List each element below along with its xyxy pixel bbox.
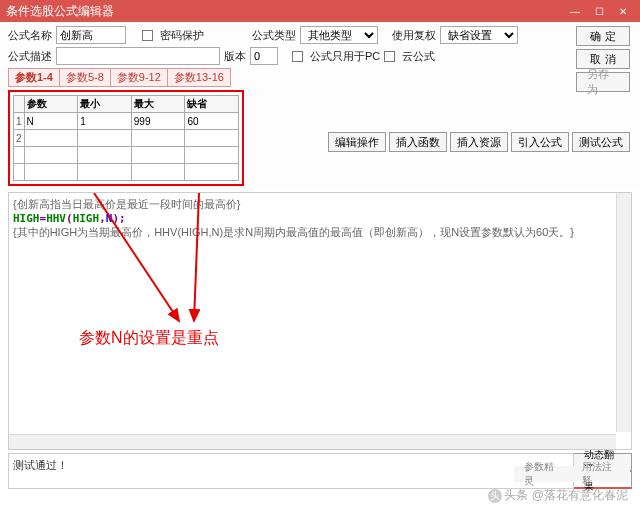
param-table-highlight: 参数 最小 最大 缺省 1N199960 2 — [8, 90, 244, 186]
cloud-label: 云公式 — [402, 49, 435, 64]
code-editor[interactable]: {创新高指当日最高价是最近一段时间的最高价} HIGH=HHV(HIGH,N);… — [8, 192, 632, 450]
right-button-column: 确 定 取 消 另存为 — [576, 26, 630, 92]
footer-watermark: 头头条 @落花有意化春泥 — [488, 487, 628, 504]
horizontal-scrollbar[interactable] — [9, 434, 616, 449]
code-comment-2: {其中的HIGH为当期最高价，HHV(HIGH,N)是求N周期内最高值的最高值（… — [13, 225, 627, 240]
import-fx-button[interactable]: 引入公式 — [511, 132, 569, 152]
param-header-def: 缺省 — [185, 96, 239, 113]
side-tab-usage[interactable]: 用法注释 — [572, 466, 630, 482]
param-header-min: 最小 — [78, 96, 132, 113]
param-header-max: 最大 — [131, 96, 185, 113]
type-select[interactable]: 其他类型 — [300, 26, 378, 44]
minimize-button[interactable]: — — [564, 2, 586, 20]
auth-label: 使用复权 — [392, 28, 436, 43]
name-input[interactable] — [56, 26, 126, 44]
name-label: 公式名称 — [8, 28, 52, 43]
footer-icon: 头 — [488, 489, 502, 503]
version-input[interactable] — [250, 47, 278, 65]
maximize-button[interactable]: ☐ — [588, 2, 610, 20]
window-title: 条件选股公式编辑器 — [6, 3, 564, 20]
saveas-button[interactable]: 另存为 — [576, 72, 630, 92]
cloud-checkbox[interactable] — [384, 51, 395, 62]
param-tab-1[interactable]: 参数1-4 — [8, 68, 60, 87]
code-comment-1: {创新高指当日最高价是最近一段时间的最高价} — [13, 197, 627, 212]
table-row: 2 — [14, 130, 239, 147]
pc-checkbox[interactable] — [292, 51, 303, 62]
param-header-name: 参数 — [24, 96, 78, 113]
param-tab-3[interactable]: 参数9-12 — [110, 68, 168, 87]
status-text: 测试通过！ — [8, 453, 574, 489]
test-fx-button[interactable]: 测试公式 — [572, 132, 630, 152]
form-area: 公式名称 密码保护 公式类型 其他类型 使用复权 缺省设置 公式描述 版本 公式… — [0, 22, 640, 188]
insert-res-button[interactable]: 插入资源 — [450, 132, 508, 152]
mid-buttons: 编辑操作 插入函数 插入资源 引入公式 测试公式 — [328, 132, 630, 152]
auth-select[interactable]: 缺省设置 — [440, 26, 518, 44]
side-tab-param[interactable]: 参数精灵 — [514, 466, 572, 482]
edit-op-button[interactable]: 编辑操作 — [328, 132, 386, 152]
window-buttons: — ☐ ✕ — [564, 2, 634, 20]
desc-label: 公式描述 — [8, 49, 52, 64]
type-label: 公式类型 — [252, 28, 296, 43]
cancel-button[interactable]: 取 消 — [576, 49, 630, 69]
version-label: 版本 — [224, 49, 246, 64]
param-tab-4[interactable]: 参数13-16 — [167, 68, 231, 87]
param-tab-2[interactable]: 参数5-8 — [59, 68, 111, 87]
insert-fn-button[interactable]: 插入函数 — [389, 132, 447, 152]
param-tabs: 参数1-4 参数5-8 参数9-12 参数13-16 — [8, 68, 632, 87]
annotation-text: 参数N的设置是重点 — [79, 328, 219, 349]
close-button[interactable]: ✕ — [612, 2, 634, 20]
table-row: 1N199960 — [14, 113, 239, 130]
code-formula: HIGH=HHV(HIGH,N); — [13, 212, 627, 225]
pc-label: 公式只用于PC — [310, 49, 380, 64]
desc-input[interactable] — [56, 47, 220, 65]
titlebar: 条件选股公式编辑器 — ☐ ✕ — [0, 0, 640, 22]
password-label: 密码保护 — [160, 28, 204, 43]
password-checkbox[interactable] — [142, 30, 153, 41]
table-row — [14, 164, 239, 181]
vertical-scrollbar[interactable] — [616, 193, 631, 432]
ok-button[interactable]: 确 定 — [576, 26, 630, 46]
param-table: 参数 最小 最大 缺省 1N199960 2 — [13, 95, 239, 181]
table-row — [14, 147, 239, 164]
